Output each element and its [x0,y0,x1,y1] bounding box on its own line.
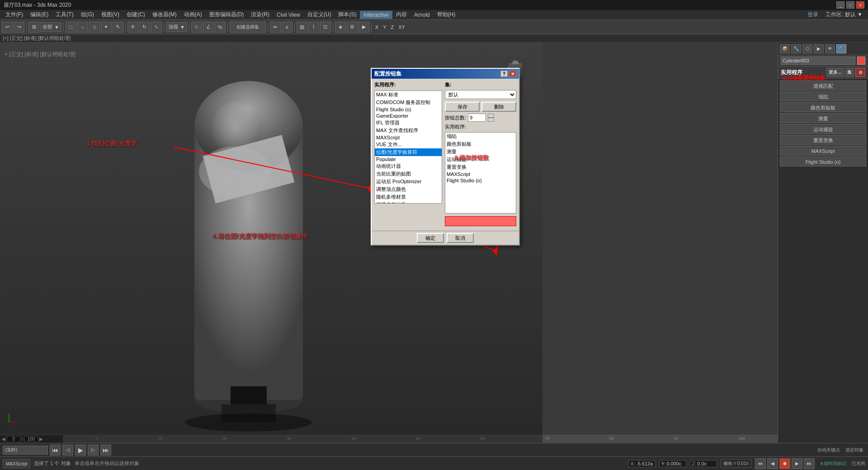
rp-btn-maxscript[interactable]: MAXScript [780,146,866,156]
play-mini-btn[interactable]: ⏮ [755,458,766,469]
list-item-com-dcom[interactable]: COM/DCOM 服务器控制 [375,99,442,106]
list-item-flight-studio[interactable]: Flight Studio (o) [375,106,442,113]
list-item-vertex-color[interactable]: 调整顶点颜色 [375,185,442,193]
select-all-dropdown[interactable]: 全部▼ [40,22,61,32]
login-btn[interactable]: 登录 [804,10,822,19]
dialog-help-btn[interactable]: ? [500,71,508,77]
render-btn[interactable]: ▶ [359,22,369,33]
save-btn[interactable]: 保存 [445,102,480,112]
set-key-btn[interactable]: 选定对象 [844,447,865,453]
more-btn[interactable]: 更多... [826,68,844,77]
menu-graph-editor[interactable]: 图形编辑器(D) [206,10,248,19]
select-fence-btn[interactable]: ◇ [89,22,100,33]
curve-editor-btn[interactable]: ⌇ [308,22,319,33]
rp-btn-reset-xform[interactable]: 重置变换 [780,135,866,145]
maximize-btn[interactable]: □ [846,1,854,9]
util-btn-flight-studio[interactable]: Flight Studio (o) [445,177,516,184]
select-all-btn[interactable]: ⊞ [28,22,39,33]
rp-btn-perspective-match[interactable]: 透视匹配 [780,81,866,90]
workspace-dropdown[interactable]: 工作区: 默认 ▼ [822,10,866,19]
cancel-btn[interactable]: 取消 [447,233,474,243]
scale-btn[interactable]: ⤡ [151,22,162,33]
menu-animation[interactable]: 动画(A) [180,10,206,19]
angle-snap-btn[interactable]: ∠ [203,22,214,33]
select-rect-btn[interactable]: □ [66,22,76,33]
rotate-btn[interactable]: ↻ [139,22,150,33]
select-lasso-btn[interactable]: ✦ [101,22,112,33]
axis-x[interactable]: X [373,24,380,30]
menu-modifier[interactable]: 修改器(M) [149,10,180,19]
rp-hierarchy-btn[interactable]: ⬡ [802,44,812,53]
rp-display-btn[interactable]: 👁 [825,44,835,53]
menu-help[interactable]: 帮助(H) [434,10,459,19]
layer-btn[interactable]: ▤ [297,22,307,33]
set-btn[interactable]: 集 [845,68,854,77]
list-item-prooptimizer[interactable]: 运动后 ProOptimizer [375,178,442,185]
percent-snap-btn[interactable]: % [215,22,226,33]
add-time-marker-btn[interactable]: ⊕加时间标记 [818,461,848,467]
object-name-input[interactable] [781,57,855,65]
confirm-btn[interactable]: 确定 [417,233,444,243]
utility-buttons-list[interactable]: 塌陷 颜色剪贴板 测量 运动捕捉 重置变换 MAXScript Flight S… [445,132,516,214]
rp-motion-btn[interactable]: ▶ [814,44,824,53]
list-item-clear-multi[interactable]: 清楚多值材质 [375,201,442,204]
menu-view[interactable]: 视图(V) [98,10,123,19]
play-btn[interactable]: ▶ [75,445,86,456]
snap-btn[interactable]: ⊹ [191,22,202,33]
redo-btn[interactable]: ↪ [14,22,24,33]
go-start-btn[interactable]: ⏮ [50,445,61,456]
count-input[interactable] [468,114,486,122]
config-btn[interactable]: ⚙ [855,68,865,77]
end-mini-btn[interactable]: ⏭ [804,458,815,469]
list-item-bitmap-maps[interactable]: 当前比重的贴图 [375,170,442,178]
go-end-btn[interactable]: ⏭ [100,445,111,456]
rp-btn-color-clipboard[interactable]: 颜色剪贴板 [780,102,866,112]
menu-render[interactable]: 渲染(R) [247,10,273,19]
menu-create[interactable]: 创建(C) [123,10,149,19]
util-btn-reset-xform[interactable]: 重置变换 [445,163,516,171]
undo-btn[interactable]: ↩ [2,22,13,33]
set-dropdown[interactable]: 默认 [445,90,516,99]
maxscript-mini[interactable]: MAXScript [3,459,30,468]
list-item-max-standard[interactable]: MAX 标准 [375,91,442,99]
util-btn-color-clipboard[interactable]: 颜色剪贴板 [445,140,516,148]
axis-z[interactable]: Z [389,24,396,30]
count-up[interactable]: ▲ [488,114,494,118]
list-item-vue[interactable]: VUE 文件... [375,141,442,148]
list-item-max-file-finder[interactable]: MAX 文件查找程序 [375,127,442,134]
z-coord[interactable]: Z: 0.0c [690,460,717,467]
prev-key-btn[interactable]: ◁ [62,445,73,456]
close-btn[interactable]: ✕ [856,1,864,9]
next-key-btn[interactable]: ▷ [88,445,99,456]
menu-arnold[interactable]: Arnold [410,11,434,19]
list-item-anim-stats[interactable]: 动画统计器 [375,162,442,170]
count-down[interactable]: ▼ [488,118,494,122]
dialog-close-btn[interactable]: ✕ [509,71,516,77]
menu-group[interactable]: 组(G) [77,10,98,19]
x-coord[interactable]: X: -5.612a [628,460,656,467]
rp-util-btn[interactable]: 🔨 [836,44,846,53]
menu-interactive[interactable]: Interactive [360,11,392,19]
move-btn[interactable]: ✛ [127,22,138,33]
auto-key-btn[interactable]: 自动关键点 [816,447,842,453]
align-btn[interactable]: ≡ [282,22,292,33]
list-item-populate[interactable]: Populate [375,156,442,162]
empty-slot[interactable] [445,216,516,226]
create-selection-btn[interactable]: 创建选择集 [230,22,266,33]
list-item-maxscript[interactable]: MAXScript [375,134,442,141]
menu-file[interactable]: 文件(F) [2,10,27,19]
util-btn-collapse[interactable]: 塌陷 [445,133,516,140]
list-item-bitmap-photometric[interactable]: 位图/光度学验算符 [375,148,442,156]
list-item-random-multi[interactable]: 随机多维材质 [375,193,442,201]
select-circle-btn[interactable]: ○ [77,22,88,33]
playback-mode-btn[interactable]: ⟨实时⟩ [3,446,48,455]
select-paint-btn[interactable]: ✎ [113,22,123,33]
mirror-btn[interactable]: ⇔ [270,22,281,33]
rp-btn-flight-studio[interactable]: Flight Studio (o) [780,157,866,166]
menu-content[interactable]: 内容 [392,10,410,19]
view-dropdown[interactable]: 顶视▼ [166,22,187,32]
material-editor-btn[interactable]: ◈ [335,22,346,33]
render-setup-btn[interactable]: ⚙ [347,22,358,33]
minimize-btn[interactable]: _ [836,1,844,9]
rp-btn-measure[interactable]: 测量 [780,113,866,123]
